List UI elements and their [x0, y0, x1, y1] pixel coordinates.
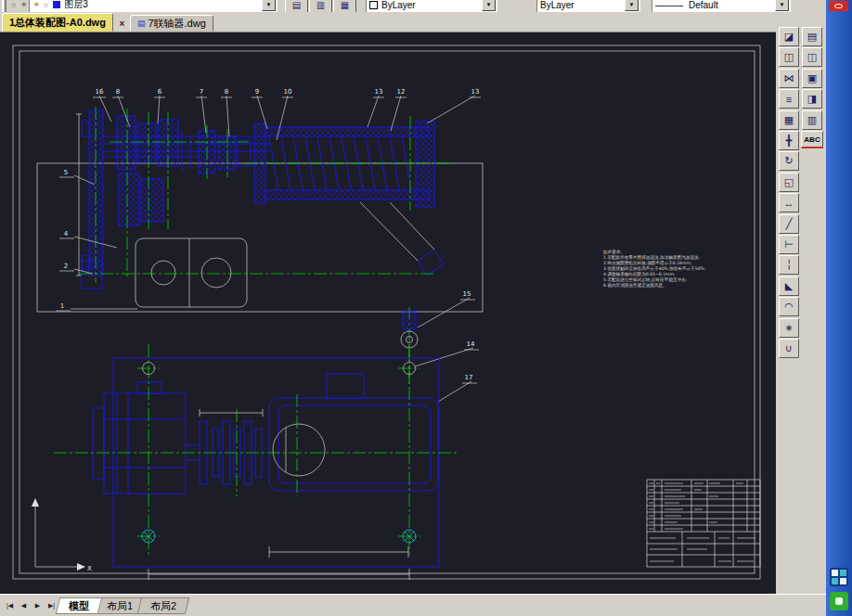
- file-tab-coupling[interactable]: ▤ 7联轴器.dwg: [130, 15, 213, 32]
- sidebar-green-icon[interactable]: [830, 592, 848, 610]
- scale-tool[interactable]: ◱: [779, 173, 799, 192]
- layer-previous-button[interactable]: ▦: [333, 0, 356, 12]
- explode-icon: ∗: [784, 322, 793, 334]
- layers-icon: ▤: [292, 0, 301, 10]
- layer-properties-button[interactable]: ▤: [285, 0, 308, 12]
- svg-text:6.箱内装润滑油至规定油面高度。: 6.箱内装润滑油至规定油面高度。: [603, 282, 667, 289]
- array-icon: ▦: [784, 114, 794, 126]
- svg-text:2: 2: [64, 263, 68, 270]
- layer-current-icon: ▥: [316, 0, 325, 10]
- toolbar-grip[interactable]: [2, 0, 6, 12]
- offset-tool[interactable]: ≡: [779, 89, 799, 109]
- copy-tool[interactable]: ◫: [779, 47, 799, 67]
- paste-clip-tool[interactable]: ▣: [802, 69, 822, 88]
- layer-state-icon: ☼: [8, 0, 19, 9]
- properties-toolbar: ☼ ☀ ☀ ☼ 图层3 ▼ ▤ ▥ ▦ ByLayer ▼ ByLayer: [0, 0, 826, 12]
- title-block-text-marks: [649, 483, 755, 561]
- layer-sun-icon: ☀: [19, 0, 29, 9]
- model-space-canvas[interactable]: 16 8 6 7 8 9 10 13 12 13 5 4 2 1 15 14 1…: [0, 32, 776, 594]
- first-tab-button[interactable]: |◀: [3, 597, 17, 614]
- make-object-layer-current-button[interactable]: ▥: [309, 0, 332, 12]
- title-block: [647, 480, 760, 567]
- scale-icon: ◱: [784, 176, 794, 188]
- spell-check-icon: ABC: [804, 135, 820, 144]
- lineweight-dropdown-arrow[interactable]: ▼: [775, 0, 789, 11]
- file-tab-bar: 1总体装配图-A0.dwg × ▤ 7联轴器.dwg: [0, 12, 826, 32]
- color-dropdown[interactable]: ByLayer ▼: [366, 0, 497, 12]
- copy-base-icon: ◨: [807, 93, 817, 105]
- svg-text:16: 16: [96, 88, 104, 96]
- modify-toolbar: ◪ ◫ ⋈ ≡ ▦ ╋ ↻ ◱ ↔ ╱ ⊢ ╎ ◣ ◠ ∗ ∪ ▤ ◫ ▣ ◨ …: [776, 12, 826, 594]
- move-icon: ╋: [786, 135, 793, 147]
- svg-text:15: 15: [463, 290, 471, 298]
- fillet-tool[interactable]: ◠: [779, 297, 799, 316]
- erase-tool[interactable]: ◪: [779, 27, 799, 46]
- svg-text:12: 12: [397, 88, 406, 96]
- svg-text:8: 8: [225, 88, 228, 96]
- cut-clip-tool[interactable]: ▤: [802, 27, 822, 46]
- paste-clip-icon: ▣: [807, 72, 817, 84]
- tab-model[interactable]: 模型: [56, 597, 102, 614]
- layer-dropdown[interactable]: ☀ ☼ 图层3 ▼: [29, 0, 278, 12]
- join-tool[interactable]: ∪: [779, 339, 799, 358]
- svg-text:6: 6: [158, 88, 162, 96]
- explode-tool[interactable]: ∗: [779, 318, 799, 338]
- file-tab-coupling-label: 7联轴器.dwg: [148, 17, 205, 31]
- copy-clip-icon: ◫: [807, 51, 817, 63]
- svg-text:X: X: [87, 565, 92, 572]
- offset-icon: ≡: [786, 94, 792, 105]
- color-dropdown-arrow[interactable]: ▼: [482, 0, 496, 11]
- copy-clip-tool[interactable]: ◫: [802, 47, 822, 67]
- next-tab-button[interactable]: ▶: [31, 597, 45, 614]
- chamfer-tool[interactable]: ◣: [779, 276, 799, 296]
- current-layer-name: 图层3: [64, 0, 88, 11]
- file-tab-assembly[interactable]: 1总体装配图-A0.dwg: [2, 13, 113, 32]
- close-tab-button[interactable]: ×: [116, 17, 128, 30]
- extend-icon: ⊢: [784, 238, 794, 250]
- drawing-viewport[interactable]: 16 8 6 7 8 9 10 13 12 13 5 4 2 1 15 14 1…: [0, 32, 776, 594]
- svg-text:4: 4: [64, 230, 69, 237]
- svg-text:13: 13: [375, 88, 383, 96]
- layer-previous-icon: ▦: [341, 0, 349, 10]
- stretch-tool[interactable]: ↔: [779, 193, 799, 212]
- sidebar-logo-icon[interactable]: [829, 1, 848, 11]
- rotate-tool[interactable]: ↻: [779, 151, 799, 171]
- stretch-icon: ↔: [784, 198, 794, 209]
- dwg-file-icon: ▤: [137, 19, 146, 28]
- prev-tab-button[interactable]: ◀: [17, 597, 31, 614]
- svg-text:5: 5: [64, 169, 68, 176]
- extend-tool[interactable]: ⊢: [779, 235, 799, 254]
- lineweight-sample: ———: [655, 0, 683, 10]
- technical-notes: 技术要求: 1.装配前所有零件用煤油清洗,滚动轴承用汽油清洗; 2.啮合侧隙用铅…: [602, 250, 706, 289]
- linetype-dropdown-arrow[interactable]: ▼: [625, 0, 639, 11]
- move-tool[interactable]: ╋: [779, 131, 799, 150]
- svg-text:3.齿面接触斑点按齿高不小于40%,按齿长不小于50%;: 3.齿面接触斑点按齿高不小于40%,按齿长不小于50%;: [603, 265, 706, 272]
- array-tool[interactable]: ▦: [779, 110, 799, 130]
- lineweight-value: Default: [689, 0, 718, 10]
- side-panel-strip: [826, 0, 852, 616]
- linetype-dropdown[interactable]: ByLayer ▼: [536, 0, 640, 12]
- layer-color-swatch: [53, 1, 60, 8]
- layout-tab-bar: |◀ ◀ ▶ ▶| 模型 布局1 布局2: [0, 594, 826, 616]
- svg-text:8: 8: [116, 88, 120, 96]
- svg-text:5.装配后进行空载试运转,运转应平稳无冲击;: 5.装配后进行空载试运转,运转应平稳无冲击;: [603, 276, 688, 283]
- break-tool[interactable]: ╎: [779, 255, 799, 275]
- mirror-tool[interactable]: ⋈: [779, 69, 799, 88]
- cad-application-window: ☼ ☀ ☀ ☼ 图层3 ▼ ▤ ▥ ▦ ByLayer ▼ ByLayer: [0, 0, 852, 616]
- trim-icon: ╱: [786, 218, 793, 230]
- paste-orig-tool[interactable]: ▥: [802, 110, 822, 130]
- linetype-value: ByLayer: [540, 0, 574, 10]
- join-icon: ∪: [785, 342, 793, 354]
- svg-text:9: 9: [255, 88, 259, 96]
- sidebar-grid-icon[interactable]: [830, 568, 848, 586]
- spell-check-tool[interactable]: ABC: [801, 131, 823, 148]
- tab-layout2[interactable]: 布局2: [137, 597, 190, 614]
- lineweight-dropdown[interactable]: ——— Default ▼: [652, 0, 791, 12]
- chamfer-icon: ◣: [785, 280, 793, 292]
- svg-text:7: 7: [200, 88, 203, 96]
- copy-base-tool[interactable]: ◨: [802, 89, 822, 109]
- mirror-icon: ⋈: [784, 72, 794, 84]
- layer-freeze-icon: ☼: [42, 0, 49, 9]
- trim-tool[interactable]: ╱: [779, 214, 799, 234]
- layer-dropdown-arrow[interactable]: ▼: [262, 0, 276, 11]
